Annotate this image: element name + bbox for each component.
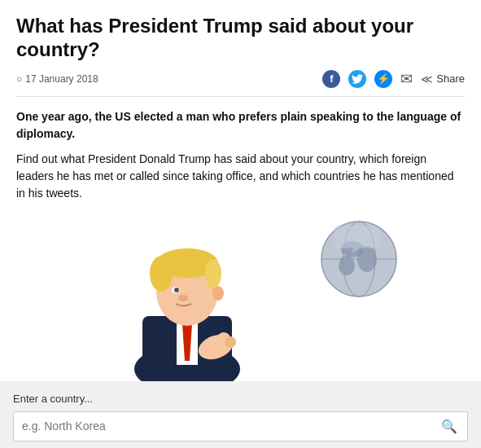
svg-point-12 bbox=[178, 295, 188, 301]
svg-point-7 bbox=[150, 256, 173, 292]
search-section: Enter a country... 🔍 ...select an option… bbox=[0, 381, 481, 448]
clock-icon: ○ bbox=[16, 73, 22, 85]
svg-point-8 bbox=[205, 259, 221, 288]
article-intro-normal: Find out what President Donald Trump has… bbox=[16, 151, 465, 202]
svg-point-15 bbox=[225, 336, 236, 348]
article-title: What has President Trump said about your… bbox=[16, 15, 465, 62]
page-wrapper: What has President Trump said about your… bbox=[0, 0, 481, 202]
trump-illustration bbox=[98, 210, 277, 381]
globe-illustration bbox=[318, 218, 400, 300]
meta-date: ○ 17 January 2018 bbox=[16, 73, 98, 85]
share-label: Share bbox=[436, 72, 465, 85]
search-label: Enter a country... bbox=[13, 393, 468, 405]
article-intro-bold: One year ago, the US elected a man who p… bbox=[16, 108, 465, 143]
facebook-icon[interactable]: f bbox=[322, 70, 340, 88]
share-button[interactable]: ≪ Share bbox=[421, 72, 465, 86]
search-input-wrapper: 🔍 bbox=[13, 411, 468, 441]
svg-point-9 bbox=[212, 286, 224, 301]
search-input[interactable] bbox=[14, 413, 431, 439]
publish-date: 17 January 2018 bbox=[25, 73, 98, 85]
illustration-area bbox=[0, 210, 481, 381]
search-button[interactable]: 🔍 bbox=[431, 412, 467, 441]
messenger-icon[interactable]: ⚡ bbox=[374, 70, 392, 88]
social-icons: f ⚡ ✉ ≪ Share bbox=[322, 70, 465, 88]
email-icon[interactable]: ✉ bbox=[400, 70, 413, 88]
meta-row: ○ 17 January 2018 f ⚡ ✉ ≪ Share bbox=[16, 70, 465, 97]
svg-point-11 bbox=[174, 288, 179, 292]
twitter-icon[interactable] bbox=[348, 70, 366, 88]
article-body: One year ago, the US elected a man who p… bbox=[16, 108, 465, 202]
